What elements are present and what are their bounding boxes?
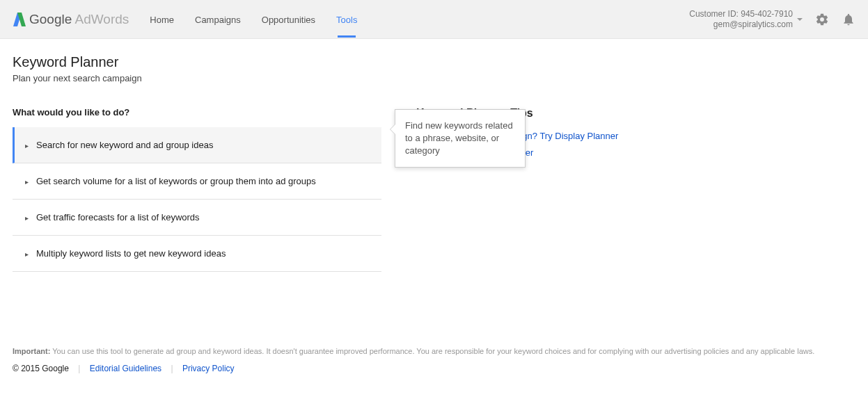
main-content: Keyword Planner Plan your next search ca… (0, 39, 868, 279)
settings-button[interactable] (815, 13, 829, 26)
options-prompt: What would you like to do? (13, 107, 381, 118)
option-tooltip: Find new keywords related to a phrase, w… (395, 109, 526, 168)
account-menu[interactable]: Customer ID: 945-402-7910 gem@spiralytic… (689, 9, 803, 30)
link-editorial-guidelines[interactable]: Editorial Guidelines (90, 364, 161, 373)
logo-text: Google AdWords (29, 12, 129, 27)
footer: Important: You can use this tool to gene… (0, 334, 868, 386)
customer-id: Customer ID: 945-402-7910 (689, 9, 793, 19)
tip-link-2[interactable]: anner (510, 145, 764, 161)
account-email: gem@spiralytics.com (689, 19, 793, 30)
chevron-down-icon (797, 18, 803, 21)
nav-campaigns[interactable]: Campaigns (195, 2, 241, 36)
link-privacy-policy[interactable]: Privacy Policy (182, 364, 235, 373)
option-multiply-lists[interactable]: Multiply keyword lists to get new keywor… (13, 236, 381, 272)
adwords-icon (13, 11, 26, 28)
page-title: Keyword Planner (13, 54, 855, 70)
important-note: Important: You can use this tool to gene… (13, 347, 855, 355)
nav-tools[interactable]: Tools (336, 2, 357, 36)
logo[interactable]: Google AdWords (13, 11, 129, 28)
top-bar: Google AdWords Home Campaigns Opportunit… (0, 0, 868, 39)
nav-home[interactable]: Home (150, 2, 174, 36)
main-nav: Home Campaigns Opportunities Tools (150, 2, 357, 36)
option-search-volume[interactable]: Get search volume for a list of keywords… (13, 163, 381, 200)
notifications-button[interactable] (842, 13, 855, 26)
gear-icon (815, 13, 829, 26)
bell-icon (842, 13, 855, 26)
copyright: © 2015 Google (13, 364, 69, 373)
topbar-right: Customer ID: 945-402-7910 gem@spiralytic… (689, 9, 855, 30)
options-panel: What would you like to do? Search for ne… (13, 107, 381, 272)
option-traffic-forecasts[interactable]: Get traffic forecasts for a list of keyw… (13, 200, 381, 236)
footer-links: © 2015 Google | Editorial Guidelines | P… (13, 364, 855, 373)
tip-link-display-planner[interactable]: paign? Try Display Planner (510, 128, 764, 145)
option-search-new-keyword[interactable]: Search for new keyword and ad group idea… (13, 127, 381, 163)
nav-opportunities[interactable]: Opportunities (262, 2, 315, 36)
page-subtitle: Plan your next search campaign (13, 73, 855, 83)
tooltip-text: Find new keywords related to a phrase, w… (405, 120, 513, 156)
